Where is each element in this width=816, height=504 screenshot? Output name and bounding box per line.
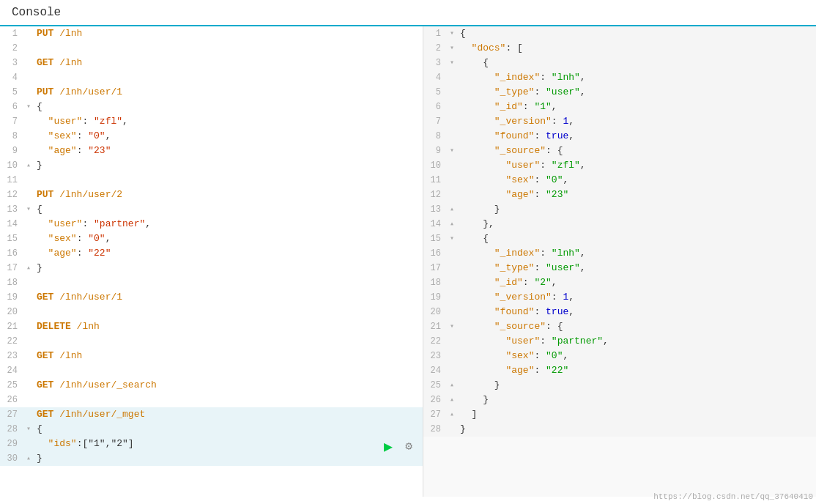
line-number: 3 <box>423 56 447 70</box>
fold-arrow[interactable]: ▴ <box>447 393 457 407</box>
right-panel: 1▾{2▾ "docs": [3▾ {4 "_index": "lnh",5 "… <box>423 26 816 497</box>
line-content <box>34 70 423 85</box>
code-line: 20 <box>0 305 423 319</box>
line-number: 5 <box>423 85 447 100</box>
json-line: 27▴ ] <box>423 407 816 422</box>
drag-handle[interactable]: ⋮ <box>419 26 423 497</box>
fold-arrow[interactable]: ▴ <box>23 158 34 173</box>
line-content: { <box>34 422 423 437</box>
json-line: 21▾ "_source": { <box>423 319 816 334</box>
line-content: } <box>457 393 816 407</box>
fold-arrow[interactable]: ▾ <box>23 100 34 114</box>
fold-arrow[interactable]: ▾ <box>23 422 34 437</box>
code-line: 12PUT /lnh/user/2 <box>0 188 423 202</box>
line-content: "user": "partner", <box>457 334 816 349</box>
line-number: 11 <box>0 173 23 188</box>
line-number: 13 <box>0 202 23 217</box>
fold-arrow <box>23 378 34 393</box>
line-number: 14 <box>423 217 447 231</box>
line-number: 9 <box>0 144 23 158</box>
line-content: } <box>457 422 816 437</box>
code-line: 26 <box>0 393 423 407</box>
line-content: "_type": "user", <box>457 85 816 100</box>
line-content: GET /lnh <box>34 56 423 70</box>
toolbar: ▶ ⚙ <box>380 438 417 454</box>
json-line: 2▾ "docs": [ <box>423 41 816 56</box>
fold-arrow <box>23 246 34 261</box>
line-number: 15 <box>423 231 447 246</box>
line-content: } <box>34 451 423 466</box>
line-number: 14 <box>0 217 23 231</box>
line-content: "age": "23" <box>457 188 816 202</box>
fold-arrow <box>23 349 34 363</box>
line-content: ] <box>457 407 816 422</box>
fold-arrow[interactable]: ▴ <box>447 202 457 217</box>
fold-arrow[interactable]: ▴ <box>447 217 457 231</box>
json-line: 6 "_id": "1", <box>423 100 816 114</box>
line-number: 4 <box>423 70 447 85</box>
line-content: PUT /lnh <box>34 26 423 41</box>
fold-arrow[interactable]: ▾ <box>447 231 457 246</box>
line-number: 17 <box>0 261 23 275</box>
fold-arrow <box>447 246 457 261</box>
line-content: "user": "partner", <box>34 217 423 231</box>
fold-arrow[interactable]: ▾ <box>23 202 34 217</box>
code-line: 29 "ids":["1","2"] <box>0 437 423 451</box>
code-line: 17▴} <box>0 261 423 275</box>
fold-arrow[interactable]: ▾ <box>447 26 457 41</box>
fold-arrow <box>447 158 457 173</box>
fold-arrow <box>447 290 457 305</box>
line-content: "_index": "lnh", <box>457 70 816 85</box>
fold-arrow[interactable]: ▾ <box>447 56 457 70</box>
line-number: 3 <box>0 56 23 70</box>
fold-arrow[interactable]: ▾ <box>447 41 457 56</box>
fold-arrow <box>447 275 457 290</box>
line-number: 25 <box>423 378 447 393</box>
fold-arrow[interactable]: ▴ <box>23 261 34 275</box>
settings-button[interactable]: ⚙ <box>401 438 417 454</box>
line-number: 15 <box>0 231 23 246</box>
line-number: 8 <box>0 129 23 144</box>
fold-arrow <box>23 231 34 246</box>
line-content: "_version": 1, <box>457 114 816 129</box>
line-number: 8 <box>423 129 447 144</box>
code-line: 2 <box>0 41 423 56</box>
header: Console <box>0 0 816 26</box>
fold-arrow <box>23 393 34 407</box>
line-number: 1 <box>0 26 23 41</box>
code-line: 3GET /lnh <box>0 56 423 70</box>
fold-arrow <box>23 173 34 188</box>
line-content: { <box>457 231 816 246</box>
fold-arrow[interactable]: ▾ <box>447 144 457 158</box>
fold-arrow <box>23 188 34 202</box>
line-content: { <box>457 26 816 41</box>
json-line: 3▾ { <box>423 56 816 70</box>
line-content: "user": "zfl", <box>34 114 423 129</box>
line-number: 19 <box>0 290 23 305</box>
code-line: 10▴} <box>0 158 423 173</box>
code-line: 27GET /lnh/user/_mget <box>0 407 423 422</box>
code-area: 1PUT /lnh23GET /lnh45PUT /lnh/user/16▾{7… <box>0 26 423 466</box>
json-line: 18 "_id": "2", <box>423 275 816 290</box>
fold-arrow <box>447 305 457 319</box>
line-number: 29 <box>0 437 23 451</box>
line-number: 17 <box>423 261 447 275</box>
json-line: 26▴ } <box>423 393 816 407</box>
json-line: 12 "age": "23" <box>423 188 816 202</box>
fold-arrow <box>23 70 34 85</box>
fold-arrow[interactable]: ▴ <box>23 451 34 466</box>
line-content: "sex": "0", <box>457 349 816 363</box>
fold-arrow[interactable]: ▴ <box>447 407 457 422</box>
fold-arrow[interactable]: ▾ <box>447 319 457 334</box>
code-line: 19GET /lnh/user/1 <box>0 290 423 305</box>
line-content: GET /lnh/user/_mget <box>34 407 423 422</box>
play-button[interactable]: ▶ <box>380 438 396 454</box>
json-line: 10 "user": "zfl", <box>423 158 816 173</box>
line-content: "sex": "0", <box>34 129 423 144</box>
fold-arrow <box>23 144 34 158</box>
fold-arrow <box>23 129 34 144</box>
line-content: "user": "zfl", <box>457 158 816 173</box>
line-number: 22 <box>0 334 23 349</box>
json-line: 28} <box>423 422 816 437</box>
fold-arrow[interactable]: ▴ <box>447 378 457 393</box>
